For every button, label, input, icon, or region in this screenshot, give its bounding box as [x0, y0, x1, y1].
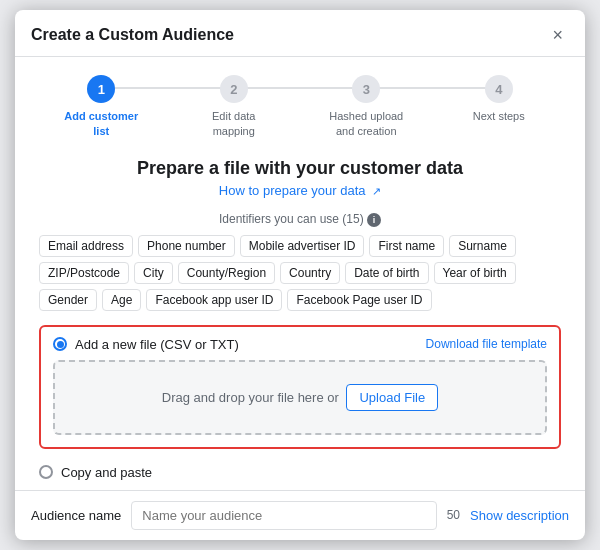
audience-name-label: Audience name	[31, 508, 121, 523]
step-1-label: Add customer list	[61, 109, 141, 138]
modal-footer: Audience name 50 Show description	[15, 490, 585, 540]
step-3-label: Hashed upload and creation	[326, 109, 406, 138]
copy-paste-label: Copy and paste	[61, 465, 152, 480]
audience-name-input[interactable]	[131, 501, 436, 530]
add-file-radio[interactable]	[53, 337, 67, 351]
step-4: 4 Next steps	[433, 75, 566, 123]
identifier-tag: Email address	[39, 235, 133, 257]
dropzone[interactable]: Drag and drop your file here or Upload F…	[53, 360, 547, 435]
identifiers-label: Identifiers you can use (15) i	[39, 212, 561, 227]
identifier-tag: First name	[369, 235, 444, 257]
char-count: 50	[447, 508, 460, 522]
upload-option: Add a new file (CSV or TXT) Download fil…	[53, 337, 547, 352]
identifier-tag: Country	[280, 262, 340, 284]
step-1: 1 Add customer list	[35, 75, 168, 138]
modal-title: Create a Custom Audience	[31, 26, 234, 44]
identifier-tag: Facebook Page user ID	[287, 289, 431, 311]
identifier-tag: County/Region	[178, 262, 275, 284]
upload-section: Add a new file (CSV or TXT) Download fil…	[39, 325, 561, 449]
identifier-tag: Surname	[449, 235, 516, 257]
identifier-tag: Age	[102, 289, 141, 311]
identifier-tag: Phone number	[138, 235, 235, 257]
create-audience-modal: Create a Custom Audience × 1 Add custome…	[15, 10, 585, 539]
identifier-tag: Facebook app user ID	[146, 289, 282, 311]
step-3: 3 Hashed upload and creation	[300, 75, 433, 138]
modal-header: Create a Custom Audience ×	[15, 10, 585, 57]
copy-paste-option: Copy and paste	[39, 459, 561, 480]
close-button[interactable]: ×	[546, 24, 569, 46]
section-link: How to prepare your data ↗	[39, 183, 561, 198]
identifier-tag: Mobile advertiser ID	[240, 235, 365, 257]
upload-file-button[interactable]: Upload File	[346, 384, 438, 411]
identifier-tag: Year of birth	[434, 262, 516, 284]
section-title: Prepare a file with your customer data	[39, 158, 561, 179]
dropzone-text: Drag and drop your file here or	[162, 390, 339, 405]
identifier-tag: Gender	[39, 289, 97, 311]
info-icon[interactable]: i	[367, 213, 381, 227]
upload-option-left: Add a new file (CSV or TXT)	[53, 337, 239, 352]
show-description-button[interactable]: Show description	[470, 508, 569, 523]
step-2: 2 Edit data mapping	[168, 75, 301, 138]
radio-dot-inner	[57, 341, 64, 348]
identifier-tag: ZIP/Postcode	[39, 262, 129, 284]
identifier-tag: City	[134, 262, 173, 284]
external-link-icon: ↗	[372, 185, 381, 197]
step-4-circle: 4	[485, 75, 513, 103]
step-2-label: Edit data mapping	[194, 109, 274, 138]
prepare-data-link[interactable]: How to prepare your data ↗	[219, 183, 381, 198]
step-3-circle: 3	[352, 75, 380, 103]
add-file-label: Add a new file (CSV or TXT)	[75, 337, 239, 352]
tags-container: Email addressPhone numberMobile advertis…	[39, 235, 561, 311]
step-1-circle: 1	[87, 75, 115, 103]
download-template-link[interactable]: Download file template	[426, 337, 547, 351]
modal-content: Prepare a file with your customer data H…	[15, 148, 585, 480]
copy-paste-radio[interactable]	[39, 465, 53, 479]
step-2-circle: 2	[220, 75, 248, 103]
step-4-label: Next steps	[473, 109, 525, 123]
stepper: 1 Add customer list 2 Edit data mapping …	[15, 57, 585, 148]
identifier-tag: Date of birth	[345, 262, 428, 284]
